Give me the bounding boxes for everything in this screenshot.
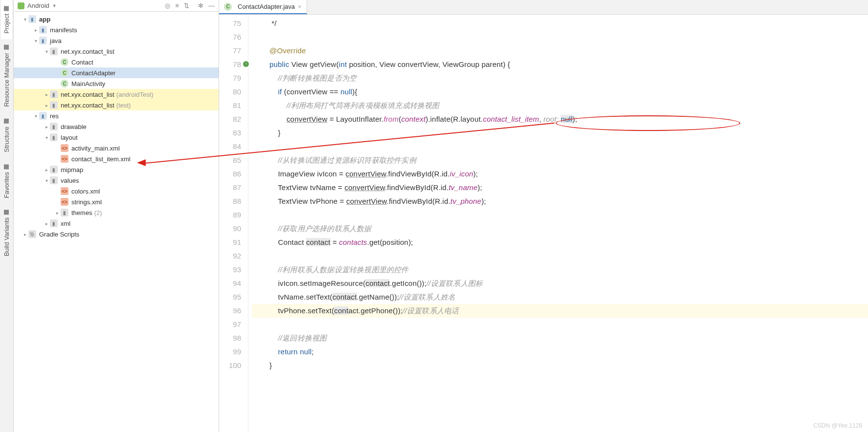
tree-node[interactable]: CContact [14,57,219,67]
code-line[interactable]: ImageView ivIcon = convertView.findViewB… [252,167,868,181]
code-line[interactable]: //判断转换视图是否为空 [252,71,868,85]
project-tree[interactable]: ▾▮app▸▮manifests▾▮java▾▮net.xyx.contact_… [14,12,219,432]
code-line[interactable]: return null; [252,345,868,359]
pkg-icon: ▮ [50,90,58,98]
code-line[interactable]: } [252,359,868,372]
tree-node[interactable]: ▸▮net.xyx.contact_list(androidTest) [14,89,219,100]
code-line[interactable]: public View getView(int position, View c… [252,58,868,71]
code-line[interactable]: TextView tvPhone = convertView.findViewB… [252,194,868,208]
tree-node[interactable]: ▾▮net.xyx.contact_list [14,46,219,57]
tree-node[interactable]: ▸▮manifests [14,24,219,35]
disclosure-arrow[interactable]: ▸ [32,27,39,33]
tree-node[interactable]: <>activity_main.xml [14,143,219,153]
tree-node[interactable]: <>contact_list_item.xml [14,153,219,164]
view-selector[interactable]: Android ▼ [18,2,57,9]
code-line[interactable]: //返回转换视图 [252,331,868,345]
tree-node[interactable]: ▾▮layout [14,132,219,143]
disclosure-arrow[interactable]: ▸ [43,92,50,97]
android-icon [18,2,24,9]
code-line[interactable] [252,249,868,263]
editor-tabs: C ContactAdapter.java × [219,0,868,15]
code-line[interactable]: TextView tvName = convertView.findViewBy… [252,181,868,194]
tool-tab-icon [4,119,9,124]
code-line[interactable]: } [252,126,868,140]
tree-node-label: res [50,112,59,120]
disclosure-arrow[interactable]: ▾ [43,178,50,183]
tree-node[interactable]: CMainActivity [14,78,219,89]
close-icon[interactable]: × [298,3,302,10]
sort-icon[interactable]: ⇅ [184,2,189,9]
pkg-icon: ▮ [61,209,68,216]
tree-node-label: mipmap [61,166,83,173]
code-line[interactable] [252,208,868,222]
tree-node[interactable]: ▸▮net.xyx.contact_list(test) [14,100,219,110]
tree-node[interactable]: ▾▮java [14,35,219,46]
code-line[interactable]: //获取用户选择的联系人数据 [252,222,868,236]
disclosure-arrow[interactable]: ▾ [22,17,28,22]
tree-node-label: themes [71,209,92,216]
filter-icon[interactable]: ≡ [175,2,179,9]
project-panel-header: Android ▼ ◎ ≡ ⇅ ✻ — [14,0,219,12]
tool-tab-project[interactable]: Project [1,0,12,39]
pkg-icon: ▮ [50,47,58,55]
code-content[interactable]: */ @Override public View getView(int pos… [248,15,868,432]
pkg-icon: ▮ [50,166,58,173]
tool-tab-favorites[interactable]: Favorites [1,158,12,204]
tree-node[interactable]: ▸▮mipmap [14,164,219,175]
disclosure-arrow[interactable]: ▸ [43,221,50,226]
class-icon: C [224,3,232,11]
code-line[interactable]: //利用联系人数据设置转换视图里的控件 [252,263,868,277]
disclosure-arrow[interactable]: ▸ [43,103,50,108]
hide-icon[interactable]: — [208,2,215,9]
override-gutter-icon[interactable]: ↑ [243,61,249,67]
code-line[interactable]: //利用布局打气筒将列表项模板填充成转换视图 [252,99,868,112]
pkg-icon: ▮ [50,133,58,141]
tool-tab-structure[interactable]: Structure [1,113,12,158]
code-line[interactable]: Contact contact = contacts.get(position)… [252,236,868,249]
tree-node[interactable]: ▸▮themes(2) [14,207,219,218]
code-line[interactable]: tvPhone.setText(contact.getPhone());//设置… [252,304,868,318]
tree-node[interactable]: ▾▮values [14,175,219,186]
pkg-icon: ▮ [50,176,58,184]
code-line[interactable] [252,140,868,153]
code-line[interactable] [252,318,868,331]
tool-tab-resource-manager[interactable]: Resource Manager [1,39,12,113]
dir-icon: ▮ [28,15,36,23]
code-line[interactable]: */ [252,17,868,30]
tree-node[interactable]: ▸🐘Gradle Scripts [14,229,219,239]
disclosure-arrow[interactable]: ▾ [43,135,50,140]
tree-node[interactable]: ▸▮drawable [14,121,219,132]
code-line[interactable]: if (convertView == null){ [252,85,868,99]
tree-node[interactable]: ▸▮xml [14,218,219,229]
code-editor[interactable]: 75767778↑7980818283848586878889909192939… [219,15,868,432]
pkg-icon: ▮ [50,219,58,227]
tree-node-label: net.xyx.contact_list [61,102,114,109]
tree-node-label: Gradle Scripts [39,231,79,238]
disclosure-arrow[interactable]: ▸ [43,167,50,173]
tree-node[interactable]: CContactAdapter [14,67,219,78]
code-line[interactable]: convertView = LayoutInflater.from(contex… [252,112,868,126]
tree-node[interactable]: ▾▮app [14,14,219,24]
tree-node[interactable]: ▾▮res [14,110,219,121]
disclosure-arrow[interactable]: ▸ [43,124,50,130]
disclosure-arrow[interactable]: ▾ [32,113,39,119]
disclosure-arrow[interactable]: ▸ [22,232,28,237]
disclosure-arrow[interactable]: ▾ [43,49,50,54]
tool-tab-build-variants[interactable]: Build Variants [1,204,12,262]
code-line[interactable]: //从转换试图通过资源标识符获取控件实例 [252,153,868,167]
dir-icon: ▮ [39,37,47,44]
editor-tab[interactable]: C ContactAdapter.java × [219,0,307,14]
code-line[interactable]: tvName.setText(contact.getName());//设置联系… [252,290,868,304]
disclosure-arrow[interactable]: ▾ [32,38,39,43]
tree-node-label: manifests [50,26,77,34]
tool-tab-icon [4,210,9,215]
target-icon[interactable]: ◎ [165,2,170,9]
tree-node[interactable]: <>strings.xml [14,196,219,207]
disclosure-arrow[interactable]: ▸ [54,210,61,216]
code-line[interactable]: @Override [252,44,868,58]
code-line[interactable] [252,30,868,44]
tree-node[interactable]: <>colors.xml [14,186,219,196]
settings-icon[interactable]: ✻ [198,2,203,9]
code-line[interactable]: ivIcon.setImageResource(contact.getIcon(… [252,277,868,290]
pkg-icon: ▮ [50,123,58,130]
